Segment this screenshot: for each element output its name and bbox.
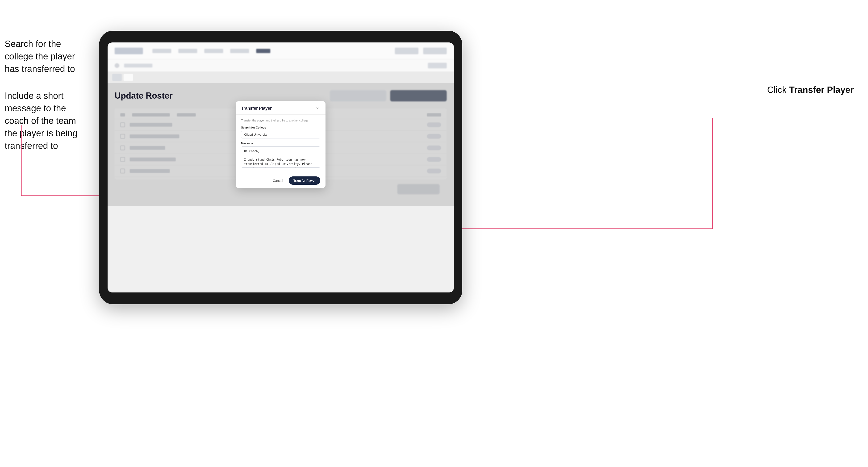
tablet-screen: Update Roster [107, 42, 454, 292]
nav-items [152, 49, 270, 53]
tab-roster [112, 74, 122, 81]
annotation-right: Click Transfer Player [767, 85, 854, 95]
main-content: Update Roster [107, 83, 454, 206]
nav-item-analytics [230, 49, 249, 53]
sub-header-action [428, 63, 447, 68]
transfer-player-modal: Transfer Player × Transfer the player an… [236, 101, 326, 188]
cancel-button[interactable]: Cancel [270, 177, 286, 184]
header-btn-2 [423, 48, 447, 54]
annotation-click-prefix: Click [767, 85, 789, 95]
tablet-device: Update Roster [99, 31, 462, 304]
tabs-row [107, 72, 454, 83]
search-college-input[interactable] [241, 131, 320, 138]
nav-item-dashboard [152, 49, 171, 53]
search-college-label: Search for College [241, 126, 320, 129]
header-btn-1 [395, 48, 418, 54]
app-logo [115, 48, 143, 54]
sub-header-breadcrumb [124, 64, 152, 67]
annotation-transfer-bold: Transfer Player [789, 85, 854, 95]
annotation-left: Search for the college the player has tr… [5, 38, 90, 152]
modal-close-button[interactable]: × [315, 105, 320, 111]
annotation-message-text: Include a short message to the coach of … [5, 90, 90, 152]
modal-title: Transfer Player [241, 106, 272, 111]
nav-item-teams [204, 49, 223, 53]
sub-header [107, 59, 454, 72]
header-right [395, 48, 447, 54]
message-label: Message [241, 142, 320, 145]
annotation-search-text: Search for the college the player has tr… [5, 38, 90, 75]
message-textarea[interactable] [241, 147, 320, 168]
app-header [107, 42, 454, 59]
modal-header: Transfer Player × [236, 101, 326, 115]
tab-stats [124, 74, 133, 81]
modal-description: Transfer the player and their profile to… [241, 119, 320, 122]
sub-header-icon [115, 63, 119, 68]
transfer-player-button[interactable]: Transfer Player [289, 177, 320, 185]
modal-footer: Cancel Transfer Player [236, 173, 326, 188]
modal-overlay: Transfer Player × Transfer the player an… [107, 83, 454, 206]
modal-body: Transfer the player and their profile to… [236, 115, 326, 173]
nav-item-more [256, 49, 270, 53]
nav-item-coaches [178, 49, 197, 53]
